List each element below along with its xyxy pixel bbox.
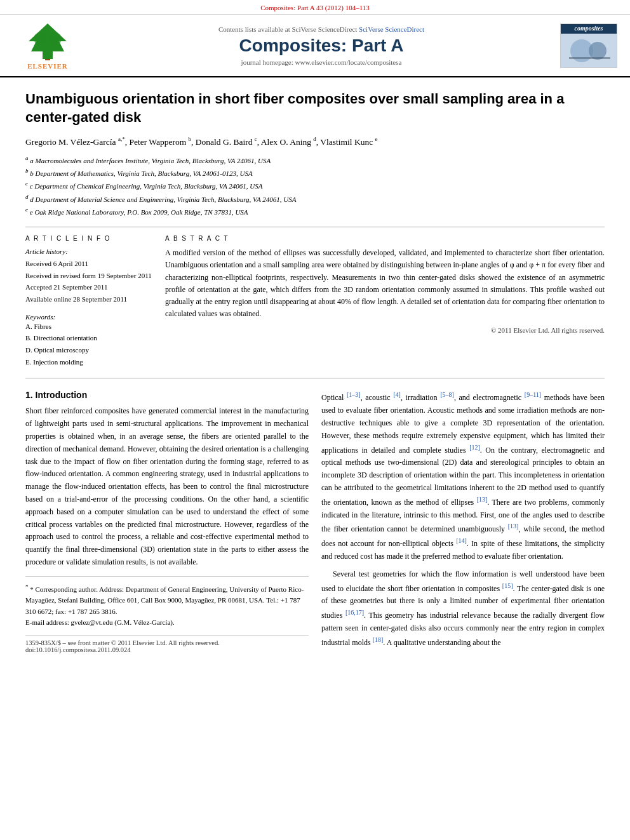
- svg-point-2: [34, 32, 46, 45]
- divider-2: [25, 378, 605, 378]
- sciverse-line: Contents lists available at SciVerse Sci…: [95, 25, 547, 33]
- body-left-col: 1. Introduction Short fiber reinforced c…: [25, 390, 309, 654]
- body-left-para-1: Short fiber reinforced composites have g…: [25, 405, 309, 568]
- body-right-para-1: Optical [1–3], acoustic [4], irradiation…: [321, 390, 605, 563]
- keyword-3: D. Optical microscopy: [25, 344, 152, 356]
- journal-header: ELSEVIER Contents lists available at Sci…: [0, 15, 630, 77]
- ref-1-3: [1–3]: [347, 391, 361, 398]
- composites-badge-text: composites: [561, 23, 617, 34]
- composites-logo: composites: [560, 23, 617, 68]
- footnote-area: * * Corresponding author. Address: Depar…: [25, 577, 309, 629]
- elsevier-tree-icon: [22, 21, 73, 62]
- author-1: Gregorio M. Vélez-García: [25, 137, 116, 147]
- journal-citation: Composites: Part A 43 (2012) 104–113: [260, 4, 370, 11]
- bottom-meta: 1359-835X/$ – see front matter © 2011 El…: [25, 635, 309, 653]
- keywords-label: Keywords:: [25, 313, 152, 321]
- header-center: Contents lists available at SciVerse Sci…: [95, 25, 547, 66]
- author-5: Vlastimil Kunc: [320, 137, 373, 147]
- authors-line: Gregorio M. Vélez-García a,*, Peter Wapp…: [25, 135, 605, 149]
- journal-top-bar: Composites: Part A 43 (2012) 104–113: [0, 0, 630, 15]
- accepted-date: Accepted 21 September 2011: [25, 281, 152, 293]
- copyright-line: © 2011 Elsevier Ltd. All rights reserved…: [165, 326, 605, 334]
- keyword-1: A. Fibres: [25, 321, 152, 333]
- keyword-4: E. Injection molding: [25, 356, 152, 368]
- affiliations: a a Macromolecules and Interfaces Instit…: [25, 154, 605, 218]
- journal-title: Composites: Part A: [95, 36, 547, 56]
- affil-b: b b Department of Mathematics, Virginia …: [25, 166, 605, 179]
- affil-a: a a Macromolecules and Interfaces Instit…: [25, 154, 605, 166]
- abstract-text: A modified version of the method of elli…: [165, 247, 605, 320]
- article-content: Unambiguous orientation in short fiber c…: [0, 77, 630, 667]
- ref-14: [14]: [456, 537, 467, 544]
- journal-homepage: journal homepage: www.elsevier.com/locat…: [95, 58, 547, 66]
- svg-point-6: [589, 42, 607, 60]
- affil-c: c c Department of Chemical Engineering, …: [25, 179, 605, 192]
- author-1-sup: a,*: [118, 136, 125, 142]
- abstract-label: A B S T R A C T: [165, 235, 605, 242]
- elsevier-brand-text: ELSEVIER: [27, 62, 68, 70]
- affil-e: e e Oak Ridge National Laboratory, P.O. …: [25, 205, 605, 218]
- footnote-email: E-mail address: gvelez@vt.edu (G.M. Véle…: [25, 617, 309, 629]
- footnote-star-text: * * Corresponding author. Address: Depar…: [25, 582, 309, 617]
- ref-12: [12]: [469, 444, 480, 451]
- article-history: Article history: Received 6 April 2011 R…: [25, 246, 152, 305]
- footnote-star-marker: *: [25, 583, 29, 590]
- body-right-col: Optical [1–3], acoustic [4], irradiation…: [321, 390, 605, 654]
- author-2-sup: b: [189, 136, 192, 142]
- article-info-abstract: A R T I C L E I N F O Article history: R…: [25, 235, 605, 368]
- article-title: Unambiguous orientation in short fiber c…: [25, 90, 605, 126]
- sciverse-link[interactable]: SciVerse ScienceDirect: [359, 25, 424, 33]
- body-content: 1. Introduction Short fiber reinforced c…: [25, 390, 605, 654]
- ref-4: [4]: [393, 391, 401, 398]
- author-3: Donald G. Baird: [196, 137, 253, 147]
- keywords-section: Keywords: A. Fibres B. Directional orien…: [25, 313, 152, 368]
- received-revised-date: Received in revised form 19 September 20…: [25, 270, 152, 282]
- ref-9-11: [9–11]: [525, 391, 541, 398]
- elsevier-logo: ELSEVIER: [13, 21, 83, 70]
- author-3-sup: c: [255, 136, 257, 142]
- author-5-sup: e: [375, 136, 378, 142]
- author-4-sup: d: [313, 136, 316, 142]
- svg-rect-7: [569, 57, 610, 59]
- bottom-meta-2: doi:10.1016/j.compositesa.2011.09.024: [25, 646, 309, 653]
- affil-d: d d Department of Material Science and E…: [25, 192, 605, 205]
- received-date: Received 6 April 2011: [25, 258, 152, 270]
- body-right-para-2: Several test geometries for which the fl…: [321, 568, 605, 650]
- article-info-label: A R T I C L E I N F O: [25, 235, 152, 242]
- abstract-col: A B S T R A C T A modified version of th…: [165, 235, 605, 368]
- body-left-text: Short fiber reinforced composites have g…: [25, 405, 309, 568]
- composites-badge-image: [561, 34, 617, 68]
- section1-title: 1. Introduction: [25, 390, 309, 400]
- ref-13: [13]: [477, 496, 488, 503]
- bottom-meta-1: 1359-835X/$ – see front matter © 2011 El…: [25, 639, 309, 646]
- ref-18: [18]: [373, 636, 384, 643]
- keyword-2: B. Directional orientation: [25, 332, 152, 344]
- history-label: Article history:: [25, 246, 152, 258]
- available-date: Available online 28 September 2011: [25, 293, 152, 305]
- ref-15: [15]: [502, 582, 513, 589]
- ref-13b: [13]: [508, 523, 519, 530]
- author-2: Peter Wapperom: [129, 137, 186, 147]
- ref-5-8: [5–8]: [440, 391, 454, 398]
- divider-1: [25, 227, 605, 227]
- svg-point-3: [49, 32, 62, 45]
- body-right-text: Optical [1–3], acoustic [4], irradiation…: [321, 390, 605, 649]
- ref-16-17: [16,17]: [345, 609, 364, 616]
- article-info-col: A R T I C L E I N F O Article history: R…: [25, 235, 152, 368]
- author-4: Alex O. Aning: [261, 137, 311, 147]
